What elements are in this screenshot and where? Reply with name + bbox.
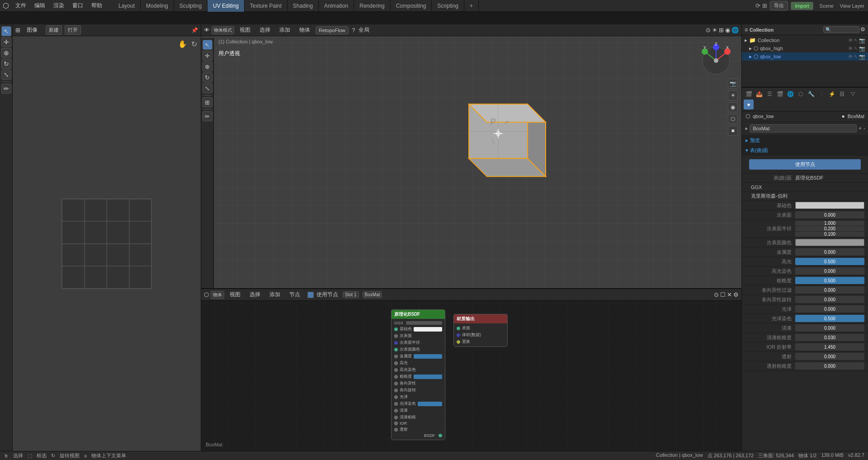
outliner-search-input[interactable] [823,26,859,33]
overlay-icon1[interactable]: ⊙ [706,27,711,33]
tab-modeling[interactable]: Modeling [141,0,174,12]
vh-object-menu[interactable]: 物体 [296,25,314,35]
rotate-tool[interactable]: ↻ [1,59,11,69]
vis-eye2[interactable]: 👁 [848,46,853,52]
slot-select[interactable]: Slot 1 [343,291,359,298]
material-output-node[interactable]: 材质输出 表面 体积(数据) 置换 [453,314,508,347]
import-button[interactable]: Import [791,2,813,10]
scale-tool[interactable]: ⤡ [1,70,11,80]
tab-shading[interactable]: Shading [288,0,319,12]
overlay-icon4[interactable]: ◉ [725,27,730,33]
tab-add[interactable]: + [464,0,479,12]
principled-bsdf-node[interactable]: 原理化BSDF GGX 基础色 次表面 [391,309,445,440]
help-icon[interactable]: ? [352,27,355,33]
props-tab-render[interactable]: 🎬 [744,89,754,99]
sheen-tint-val[interactable]: 0.500 [795,315,864,322]
topbar-icon2[interactable]: ⊞ [762,2,767,9]
subsurface-val[interactable]: 0.000 [795,211,864,218]
props-tab-material[interactable]: ● [744,100,754,109]
metallic-val[interactable]: 0.000 [795,248,864,256]
vis-select[interactable]: ↖ [854,38,858,43]
tab-rendering[interactable]: Rendering [354,0,390,12]
ne-node-menu[interactable]: 节点 [286,290,304,299]
vis-select2[interactable]: ↖ [854,46,858,52]
object-mode-select[interactable]: 物体模式 [212,26,234,34]
uv-menu-image[interactable]: 图像 [23,25,41,35]
tab-uv-editing[interactable]: UV Editing [208,0,245,12]
props-tab-object[interactable]: ⬡ [796,89,806,99]
subsurf-r1[interactable]: 1.000 [795,221,864,226]
vp-rotate-tool[interactable]: ↻ [203,72,212,82]
ior-val[interactable]: 1.450 [795,343,864,351]
surface-section-header[interactable]: ▾ 表(曲)面 [742,146,868,156]
base-color-swatch[interactable] [795,202,864,209]
ne-icon1[interactable]: ⊙ [714,291,719,298]
menu-help[interactable]: 帮助 [88,1,106,10]
ne-icon2[interactable]: ☐ [720,291,726,298]
vp-cursor-tool[interactable]: ✛ [203,51,212,61]
subsurf-color-swatch[interactable] [795,239,864,246]
props-tab-scene[interactable]: 🎬 [775,89,785,99]
vis-select3[interactable]: ↖ [854,54,858,60]
sync-icon[interactable]: ⟳ [755,2,760,9]
tab-scripting[interactable]: Scripting [432,0,464,12]
node-editor-panel[interactable]: ⬡ 物体 视图 选择 添加 节点 使用节点 Slot 1 BoxMat ⊙ ☐ … [201,288,741,451]
vis-render3[interactable]: 📷 [859,54,865,60]
roughness-val[interactable]: 0.500 [795,277,864,284]
clearcoat-val[interactable]: 0.000 [795,324,864,332]
vh-select-menu[interactable]: 选择 [256,25,274,35]
tab-compositing[interactable]: Compositing [391,0,432,12]
vis-eye3[interactable]: 👁 [848,54,853,60]
props-tab-world[interactable]: 🌐 [785,89,795,99]
ne-view-menu[interactable]: 视图 [226,290,244,299]
subsurf-r2[interactable]: 0.200 [795,226,864,231]
menu-render[interactable]: 渲染 [50,1,68,10]
spec-tint-val[interactable]: 0.000 [795,267,864,275]
props-tab-constraints[interactable]: ⛓ [837,89,847,99]
tab-animation[interactable]: Animation [319,0,354,12]
outliner-item-qbox-high[interactable]: ▸ ⬡ qbox_high 👁 ↖ 📷 [742,44,868,52]
cursor-tool[interactable]: ✛ [1,37,11,47]
vh-view-menu[interactable]: 视图 [236,25,254,35]
transmission-val[interactable]: 0.000 [795,353,864,360]
overlay-icon3[interactable]: ⊞ [719,27,724,33]
ne-object-select[interactable]: 物体 [211,291,224,299]
menu-file[interactable]: 文件 [12,1,30,10]
props-tab-data[interactable]: ▽ [848,89,858,99]
use-nodes-checkbox[interactable] [307,292,314,298]
specular-val[interactable]: 0.500 [795,258,864,265]
props-tab-physics[interactable]: ⚡ [827,89,837,99]
rotate-handle[interactable]: ↻ [191,40,197,48]
uv-open-btn[interactable]: 打开 [65,25,81,35]
sheen-val[interactable]: 0.000 [795,305,864,313]
export-button[interactable]: 导出 [770,1,788,10]
preview-section-header[interactable]: ▸ 预览 [742,136,868,146]
vp-select-tool[interactable]: ↖ [203,40,212,50]
retopoflow-btn[interactable]: RetopoFlow [316,26,349,34]
sun-icon[interactable]: ☀ [728,90,738,100]
menu-window[interactable]: 窗口 [69,1,87,10]
mat-minus-icon[interactable]: - [863,125,865,132]
props-tab-modifier[interactable]: 🔧 [806,89,816,99]
ne-select-menu[interactable]: 选择 [246,290,264,299]
tab-layout[interactable]: Layout [113,0,141,12]
pin-icon[interactable]: 📌 [191,27,198,33]
ne-icon3[interactable]: ✕ [727,291,732,298]
vh-add-menu[interactable]: 添加 [276,25,294,35]
vis-render2[interactable]: 📷 [859,46,865,52]
tab-sculpting[interactable]: Sculpting [174,0,208,12]
camera-icon[interactable]: 📷 [728,79,738,89]
vis-eye[interactable]: 👁 [848,38,853,43]
props-tab-particles[interactable]: · [816,89,826,99]
ne-add-menu[interactable]: 添加 [266,290,284,299]
outliner-scene-collection[interactable]: ▸ 📁 Collection 👁 ↖ 📷 [742,36,868,44]
filter-icon[interactable]: ⚙ [860,26,865,33]
move-tool[interactable]: ⊕ [1,48,11,58]
mat-name-input[interactable]: BoxMat [750,124,857,133]
vp-scale-tool[interactable]: ⤡ [203,83,212,93]
hand-icon[interactable]: ✋ [178,40,187,48]
menu-edit[interactable]: 编辑 [31,1,49,10]
ne-settings[interactable]: ⚙ [733,291,739,298]
vis-render[interactable]: 📷 [859,38,865,43]
subsurf-r3[interactable]: 0.100 [795,232,864,237]
